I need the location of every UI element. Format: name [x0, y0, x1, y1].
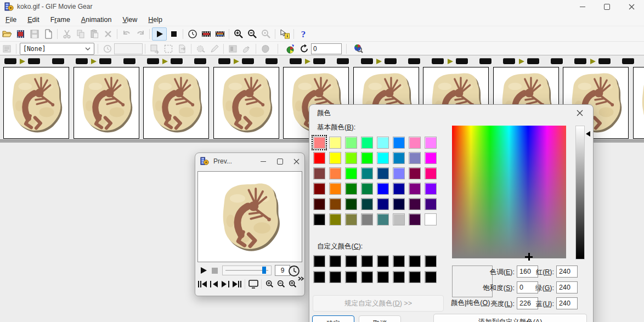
custom-color-swatch-7[interactable]	[409, 255, 421, 267]
export-frame-button[interactable]	[175, 43, 189, 55]
basic-color-swatch-40[interactable]	[425, 198, 437, 210]
play-button[interactable]	[152, 27, 167, 41]
basic-color-swatch-2[interactable]	[329, 137, 341, 149]
delete-button[interactable]	[101, 28, 115, 40]
save-button[interactable]	[27, 28, 41, 40]
basic-color-swatch-48[interactable]	[425, 213, 437, 225]
prev-frame-button[interactable]	[208, 279, 219, 290]
custom-color-swatch-12[interactable]	[361, 271, 373, 283]
custom-color-swatch-13[interactable]	[377, 271, 389, 283]
red-field[interactable]: 240	[556, 265, 578, 278]
custom-color-swatch-4[interactable]	[361, 255, 373, 267]
custom-color-swatch-8[interactable]	[425, 255, 437, 267]
stop-button[interactable]	[167, 28, 180, 40]
preview-maximize-button[interactable]	[272, 155, 288, 168]
basic-color-swatch-4[interactable]	[361, 137, 373, 149]
basic-color-swatch-13[interactable]	[377, 152, 389, 164]
custom-color-swatch-15[interactable]	[409, 271, 421, 283]
help-button[interactable]: ?	[296, 28, 310, 40]
copy-button[interactable]	[74, 28, 87, 40]
green-field[interactable]: 240	[556, 281, 578, 293]
basic-color-swatch-30[interactable]	[393, 183, 405, 195]
frame-properties-button[interactable]	[199, 28, 213, 40]
basic-color-swatch-7[interactable]	[409, 137, 421, 149]
timing-button[interactable]	[185, 28, 199, 40]
filmstrip-frame-1[interactable]	[3, 67, 69, 139]
edit-tool-button[interactable]	[207, 43, 221, 55]
menu-edit[interactable]: Edit	[22, 14, 45, 25]
basic-color-swatch-22[interactable]	[393, 167, 405, 179]
add-to-custom-colors-button[interactable]: 添加到自定义颜色(A)	[433, 314, 587, 322]
filmstrip-frame-10[interactable]	[633, 67, 644, 139]
basic-color-swatch-21[interactable]	[377, 167, 389, 179]
custom-color-swatch-2[interactable]	[329, 255, 341, 267]
position-slider[interactable]	[222, 265, 272, 275]
new-button[interactable]	[41, 28, 55, 40]
basic-color-swatch-43[interactable]	[345, 213, 357, 225]
luminance-bar[interactable]	[575, 126, 585, 259]
minimize-button[interactable]	[570, 0, 595, 13]
basic-color-swatch-20[interactable]	[361, 167, 373, 179]
basic-color-swatch-28[interactable]	[361, 183, 373, 195]
basic-color-swatch-6[interactable]	[393, 137, 405, 149]
preview-close-button[interactable]	[288, 155, 304, 168]
basic-color-swatch-47[interactable]	[409, 213, 421, 225]
filmstrip-frame-3[interactable]	[143, 67, 209, 139]
basic-color-swatch-26[interactable]	[329, 183, 341, 195]
custom-color-swatch-3[interactable]	[345, 255, 357, 267]
menu-animation[interactable]: Animation	[76, 14, 117, 25]
basic-color-swatch-27[interactable]	[345, 183, 357, 195]
rotate-input[interactable]: 0	[311, 43, 342, 54]
basic-color-swatch-1[interactable]	[313, 137, 325, 149]
basic-color-swatch-24[interactable]	[425, 167, 437, 179]
preview-zoom-out-button[interactable]	[275, 279, 287, 290]
close-button[interactable]	[619, 0, 644, 13]
context-help-button[interactable]: i	[278, 28, 291, 40]
basic-color-swatch-25[interactable]	[313, 183, 325, 195]
custom-color-swatch-6[interactable]	[393, 255, 405, 267]
menu-frame[interactable]: Frame	[45, 14, 76, 25]
basic-color-swatch-23[interactable]	[409, 167, 421, 179]
eyedropper-button[interactable]	[240, 43, 253, 55]
define-custom-colors-button[interactable]: 规定自定义颜色(D) >>	[313, 295, 444, 312]
custom-color-swatch-5[interactable]	[377, 255, 389, 267]
rotate-button[interactable]	[297, 43, 311, 55]
basic-color-swatch-45[interactable]	[377, 213, 389, 225]
delay-input[interactable]	[114, 43, 143, 54]
zoom-out-button[interactable]	[245, 28, 259, 40]
redo-button[interactable]	[133, 28, 147, 40]
basic-color-swatch-34[interactable]	[329, 198, 341, 210]
first-frame-button[interactable]	[196, 279, 208, 290]
paste-button[interactable]	[87, 28, 101, 40]
frame-name-combobox[interactable]: [None]	[20, 43, 94, 55]
custom-color-swatch-14[interactable]	[393, 271, 405, 283]
basic-color-swatch-9[interactable]	[313, 152, 325, 164]
insert-image-button[interactable]	[148, 43, 161, 55]
edit-palette-button[interactable]	[284, 43, 297, 55]
blue-field[interactable]: 240	[556, 297, 578, 309]
custom-color-swatch-9[interactable]	[313, 271, 325, 283]
basic-color-swatch-41[interactable]	[313, 213, 325, 225]
maximize-button[interactable]	[595, 0, 619, 13]
actual-size-button[interactable]	[247, 279, 259, 290]
filmstrip-frame-2[interactable]	[74, 67, 139, 139]
basic-color-swatch-39[interactable]	[409, 198, 421, 210]
basic-color-swatch-42[interactable]	[329, 213, 341, 225]
menu-view[interactable]: View	[117, 14, 143, 25]
preview-zoom-in-button[interactable]	[264, 279, 275, 290]
custom-color-swatch-11[interactable]	[345, 271, 357, 283]
basic-color-swatch-16[interactable]	[425, 152, 437, 164]
last-frame-button[interactable]	[231, 279, 242, 290]
next-frame-button[interactable]	[219, 279, 231, 290]
frame-info-button[interactable]	[0, 43, 14, 55]
basic-color-swatch-35[interactable]	[345, 198, 357, 210]
basic-color-swatch-10[interactable]	[329, 152, 341, 164]
custom-color-swatch-16[interactable]	[425, 271, 437, 283]
delay-clock-button[interactable]	[100, 43, 114, 55]
menu-help[interactable]: Help	[143, 14, 168, 25]
basic-color-swatch-18[interactable]	[329, 167, 341, 179]
basic-color-swatch-33[interactable]	[313, 198, 325, 210]
transparency-button[interactable]	[226, 43, 240, 55]
basic-color-swatch-3[interactable]	[345, 137, 357, 149]
basic-color-swatch-11[interactable]	[345, 152, 357, 164]
